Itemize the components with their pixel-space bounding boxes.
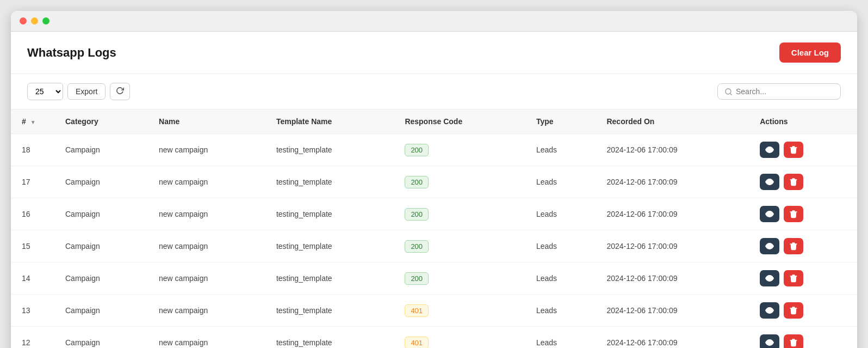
cell-category: Campaign (54, 295, 148, 327)
view-button[interactable] (760, 206, 779, 222)
table-row: 15 Campaign new campaign testing_templat… (11, 230, 857, 262)
page-title: Whatsapp Logs (27, 46, 116, 60)
cell-id: 16 (11, 198, 54, 230)
eye-icon (765, 145, 774, 154)
view-button[interactable] (760, 270, 779, 286)
page-size-select[interactable]: 25 10 50 100 (27, 83, 63, 100)
cell-recorded-on: 2024-12-06 17:00:09 (596, 295, 749, 327)
svg-point-6 (768, 277, 771, 279)
svg-point-7 (768, 309, 771, 312)
table-row: 16 Campaign new campaign testing_templat… (11, 198, 857, 230)
trash-icon (789, 338, 798, 347)
cell-category: Campaign (54, 262, 148, 295)
toolbar-left: 25 10 50 100 Export (27, 83, 130, 100)
search-icon (724, 88, 733, 96)
cell-template: testing_template (265, 230, 394, 262)
page-header: Whatsapp Logs Clear Log (11, 32, 857, 74)
trash-icon (789, 306, 798, 315)
eye-icon (765, 306, 774, 315)
cell-name: new campaign (148, 198, 265, 230)
response-badge: 200 (405, 272, 429, 285)
cell-actions (749, 134, 857, 166)
cell-actions (749, 262, 857, 295)
delete-button[interactable] (784, 174, 803, 190)
cell-actions (749, 198, 857, 230)
view-button[interactable] (760, 238, 779, 254)
view-button[interactable] (760, 142, 779, 158)
title-bar (11, 11, 857, 32)
view-button[interactable] (760, 302, 779, 319)
cell-id: 13 (11, 295, 54, 327)
search-wrapper (717, 83, 841, 100)
cell-id: 12 (11, 327, 54, 349)
cell-response-code: 200 (394, 262, 525, 295)
delete-button[interactable] (784, 302, 803, 319)
actions-cell (760, 302, 846, 319)
actions-cell (760, 206, 846, 222)
logs-table: # ▼ Category Name Template Name Response… (11, 109, 857, 348)
cell-response-code: 401 (394, 327, 525, 349)
table-row: 17 Campaign new campaign testing_templat… (11, 166, 857, 198)
delete-button[interactable] (784, 238, 803, 254)
clear-log-button[interactable]: Clear Log (779, 42, 841, 63)
trash-icon (789, 242, 798, 251)
page-content: Whatsapp Logs Clear Log 25 10 50 100 Exp… (11, 32, 857, 348)
cell-type: Leads (525, 230, 596, 262)
cell-name: new campaign (148, 230, 265, 262)
cell-recorded-on: 2024-12-06 17:00:09 (596, 198, 749, 230)
cell-name: new campaign (148, 262, 265, 295)
actions-cell (760, 174, 846, 190)
cell-name: new campaign (148, 166, 265, 198)
cell-type: Leads (525, 134, 596, 166)
traffic-light-minimize[interactable] (31, 17, 38, 25)
response-badge: 200 (405, 176, 429, 188)
eye-icon (765, 274, 774, 283)
cell-id: 14 (11, 262, 54, 295)
cell-recorded-on: 2024-12-06 17:00:09 (596, 230, 749, 262)
cell-response-code: 200 (394, 166, 525, 198)
cell-category: Campaign (54, 198, 148, 230)
cell-name: new campaign (148, 295, 265, 327)
cell-id: 17 (11, 166, 54, 198)
cell-category: Campaign (54, 327, 148, 349)
traffic-light-close[interactable] (20, 17, 27, 25)
table-row: 13 Campaign new campaign testing_templat… (11, 295, 857, 327)
sort-icon: ▼ (30, 119, 36, 125)
view-button[interactable] (760, 174, 779, 190)
cell-response-code: 401 (394, 295, 525, 327)
cell-template: testing_template (265, 295, 394, 327)
col-header-recorded: Recorded On (596, 109, 749, 134)
delete-button[interactable] (784, 206, 803, 222)
trash-icon (789, 210, 798, 218)
cell-type: Leads (525, 198, 596, 230)
refresh-button[interactable] (110, 83, 130, 100)
col-header-name: Name (148, 109, 265, 134)
delete-button[interactable] (784, 142, 803, 158)
eye-icon (765, 178, 774, 186)
cell-type: Leads (525, 327, 596, 349)
traffic-light-maximize[interactable] (42, 17, 49, 25)
cell-category: Campaign (54, 230, 148, 262)
cell-type: Leads (525, 295, 596, 327)
svg-point-8 (768, 341, 771, 344)
cell-template: testing_template (265, 166, 394, 198)
cell-type: Leads (525, 262, 596, 295)
delete-button[interactable] (784, 334, 803, 348)
eye-icon (765, 242, 774, 251)
cell-id: 18 (11, 134, 54, 166)
col-header-response: Response Code (394, 109, 525, 134)
view-button[interactable] (760, 334, 779, 348)
delete-button[interactable] (784, 270, 803, 286)
response-badge: 200 (405, 208, 429, 221)
cell-actions (749, 230, 857, 262)
refresh-icon (116, 87, 124, 95)
cell-template: testing_template (265, 327, 394, 349)
cell-template: testing_template (265, 262, 394, 295)
cell-recorded-on: 2024-12-06 17:00:09 (596, 134, 749, 166)
cell-template: testing_template (265, 198, 394, 230)
response-badge: 200 (405, 144, 429, 156)
svg-point-5 (768, 245, 771, 247)
table-row: 12 Campaign new campaign testing_templat… (11, 327, 857, 349)
export-button[interactable]: Export (67, 83, 106, 100)
search-input[interactable] (736, 87, 834, 96)
